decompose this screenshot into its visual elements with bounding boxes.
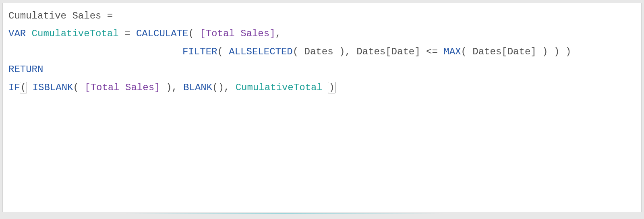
paren: ) ) ) [536,46,571,57]
equals-sign: = [101,10,113,21]
comma: , [275,28,281,39]
matched-bracket-close: ) [328,82,335,93]
if-function: IF [8,82,20,93]
matched-bracket-open: ( [20,82,27,93]
bottom-accent-line [125,213,443,214]
paren: ), [160,82,183,93]
var-keyword: VAR [8,28,26,39]
dates-column: Dates[Date] [472,46,536,57]
blank-function: BLANK [183,82,212,93]
max-function: MAX [443,46,461,57]
paren: ( [461,46,472,57]
space [323,82,328,93]
allselected-function: ALLSELECTED [229,46,292,57]
total-sales-measure: [Total Sales] [200,28,275,39]
window-top-border [0,0,644,1]
formula-editor[interactable]: Cumulative Sales = VAR CumulativeTotal =… [2,3,642,212]
variable-name: CumulativeTotal [26,28,118,39]
filter-function: FILTER [182,46,217,57]
lte-operator: <= [420,46,444,57]
calculate-function: CALCULATE [136,28,188,39]
return-keyword: RETURN [8,64,43,75]
variable-reference: CumulativeTotal [236,82,323,93]
dates-table: Dates [304,46,333,57]
paren: ), [333,46,357,57]
paren: ( [217,46,229,57]
dates-column: Dates[Date] [356,46,420,57]
total-sales-measure: [Total Sales] [85,82,160,93]
paren: ( [293,46,304,57]
paren: ( [73,82,85,93]
paren: ( [188,28,200,39]
indent [8,46,182,57]
isblank-function: ISBLANK [27,82,73,93]
assign-op: = [119,28,136,39]
measure-name: Cumulative Sales [8,10,101,21]
paren: (), [212,82,236,93]
